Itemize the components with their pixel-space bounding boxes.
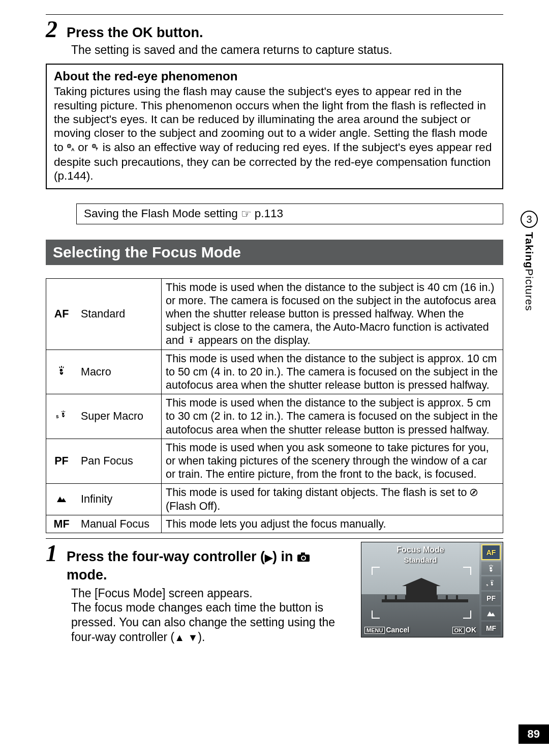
down-arrow-icon: ▼ [188, 632, 198, 643]
chapter-tab: 3 Taking Pictures [521, 211, 538, 311]
mode-desc: This mode lets you adjust the focus manu… [162, 515, 503, 533]
table-row: AF Standard This mode is used when the d… [46, 278, 503, 350]
focus-bracket [463, 610, 471, 619]
menu-cancel: MENUCancel [364, 626, 409, 634]
text: appears on the display. [198, 334, 311, 346]
pf-icon: PF [46, 439, 77, 483]
right-arrow-icon: ▶ [265, 552, 272, 563]
flash-off-icon [470, 486, 478, 500]
text: is also an effective way of reducing red… [54, 141, 492, 182]
macro-icon [46, 350, 77, 394]
infinity-icon [46, 483, 77, 515]
mode-name: Pan Focus [77, 439, 162, 483]
text: ). [198, 630, 205, 644]
redeye-title: About the red-eye phenomenon [54, 69, 495, 83]
mode-name: Super Macro [77, 394, 162, 439]
lcd-menu-row: MENUCancel OKOK [364, 626, 476, 634]
mode-desc: This mode is used when the distance to t… [162, 394, 503, 439]
text: MF [53, 518, 69, 530]
text: The [Focus Mode] screen appears. [71, 586, 351, 601]
text: PF [54, 455, 68, 467]
svg-line-7 [471, 490, 476, 495]
mode-desc: This mode is used for taking distant obj… [162, 483, 503, 515]
table-row: MF Manual Focus This mode lets you adjus… [46, 515, 503, 533]
table-row: Macro This mode is used when the distanc… [46, 350, 503, 394]
ok-label: OK [466, 626, 476, 634]
text: (Flash Off). [166, 500, 220, 512]
svg-point-11 [302, 557, 305, 560]
text: ) in [272, 549, 297, 564]
chapter-title-bold: Taking [523, 232, 535, 269]
lcd-option-macro [481, 562, 501, 575]
save-flash-ref: Saving the Flash Mode setting ☞ p.113 [76, 203, 503, 224]
pier-silhouette [382, 582, 468, 602]
step-2-number: 2 [46, 18, 57, 41]
text: AF [54, 308, 69, 320]
step-1-title: Press the four-way controller (▶) in mod… [67, 548, 351, 584]
chapter-title-rest: Pictures [523, 269, 535, 311]
page-number: 89 [518, 724, 549, 744]
svg-text:A: A [71, 147, 75, 152]
redeye-auto-icon: A [67, 141, 75, 155]
step-1-number: 1 [46, 542, 57, 565]
ok-ok: OKOK [452, 626, 477, 634]
text: Press the [67, 25, 132, 40]
ok-label: OK [132, 25, 153, 40]
lcd-option-mf: MF [481, 622, 501, 635]
mode-name: Standard [77, 278, 162, 350]
up-arrow-icon: ▲ [174, 632, 185, 643]
table-row: PF Pan Focus This mode is used when you … [46, 439, 503, 483]
mode-desc: This mode is used when you ask someone t… [162, 439, 503, 483]
mf-icon: MF [46, 515, 77, 533]
text: mode. [67, 567, 107, 583]
mode-name: Manual Focus [77, 515, 162, 533]
svg-rect-9 [301, 553, 305, 555]
lcd-title: Focus Mode [361, 545, 479, 555]
lcd-subtitle: Standard [361, 556, 479, 564]
focus-bracket [372, 567, 380, 575]
table-row: Infinity This mode is used for taking di… [46, 483, 503, 515]
camera-icon [297, 552, 310, 562]
redeye-body: Taking pictures using the flash may caus… [54, 84, 495, 183]
redeye-flash-icon [92, 141, 100, 155]
step-1-body: The [Focus Mode] screen appears. The foc… [71, 586, 351, 645]
redeye-info-box: About the red-eye phenomenon Taking pict… [46, 64, 503, 189]
mode-desc: This mode is used when the distance to t… [162, 350, 503, 394]
text: button. [153, 25, 203, 40]
svg-point-1 [69, 146, 70, 147]
lcd-option-af: AF [481, 544, 501, 560]
step-2-title: Press the OK button. [67, 24, 203, 42]
text: or [78, 141, 91, 154]
lcd-option-infinity [481, 606, 501, 620]
focus-mode-table: AF Standard This mode is used when the d… [46, 278, 503, 534]
lcd-screen: Focus Mode Standard MENUCancel OKOK AF s… [361, 542, 503, 637]
section-title: Selecting the Focus Mode [46, 240, 503, 265]
text: Saving the Flash Mode setting [84, 207, 238, 220]
af-icon: AF [46, 278, 77, 350]
text: The focus mode changes each time the but… [71, 600, 351, 644]
text: This mode is used for taking distant obj… [166, 486, 470, 499]
menu-button-label: MENU [364, 627, 385, 634]
ok-button-label: OK [452, 627, 465, 634]
lcd-option-smacro: s [481, 576, 501, 590]
text: Press the four-way controller ( [67, 549, 265, 564]
mode-name: Macro [77, 350, 162, 394]
mode-desc: This mode is used when the distance to t… [162, 278, 503, 350]
page-ref: p.113 [255, 207, 283, 220]
focus-bracket [372, 610, 380, 619]
svg-text:s: s [486, 583, 489, 587]
svg-text:s: s [56, 414, 59, 419]
focus-bracket [463, 567, 471, 575]
macro-icon [187, 336, 195, 347]
lcd-option-strip: AF s PF MF [481, 544, 501, 635]
cancel-label: Cancel [386, 626, 409, 634]
svg-point-4 [93, 146, 95, 147]
table-row: s Super Macro This mode is used when the… [46, 394, 503, 439]
chapter-number: 3 [521, 211, 538, 228]
super-macro-icon: s [46, 394, 77, 439]
mode-name: Infinity [77, 483, 162, 515]
step-2-heading: 2 Press the OK button. [46, 14, 503, 42]
step-2-body: The setting is saved and the camera retu… [71, 43, 503, 57]
pointer-icon: ☞ [241, 207, 252, 221]
lcd-option-pf: PF [481, 592, 501, 605]
